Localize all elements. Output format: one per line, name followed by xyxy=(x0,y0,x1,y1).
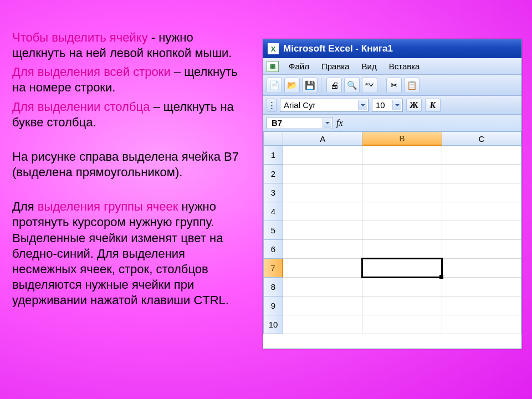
hl-group: выделения группы ячеек xyxy=(38,200,178,213)
cell[interactable] xyxy=(442,146,521,165)
cell[interactable] xyxy=(283,146,362,165)
cell[interactable] xyxy=(283,221,362,240)
menubar: ▦ Файл Правка Вид Вставка xyxy=(263,58,521,75)
cell[interactable] xyxy=(283,278,362,296)
cell[interactable] xyxy=(362,146,442,165)
cut-icon[interactable]: ✂ xyxy=(386,78,402,93)
cell[interactable] xyxy=(283,202,362,221)
cell[interactable] xyxy=(442,278,521,296)
toolbar-options-icon[interactable]: ⋮ xyxy=(267,99,277,112)
font-name-dropdown[interactable]: Arial Cyr xyxy=(280,99,369,112)
cell[interactable] xyxy=(362,315,442,334)
toolbar: 📄 📂 💾 🖨 🔍 ᴬᴮ✔ ✂ 📋 xyxy=(263,75,521,96)
row-header[interactable]: 10 xyxy=(263,315,283,334)
excel-window: X Microsoft Excel - Книга1 ▦ Файл Правка… xyxy=(263,39,522,349)
font-size-value: 10 xyxy=(376,100,385,110)
print-icon[interactable]: 🖨 xyxy=(326,78,342,93)
rows-container: 12345678910 xyxy=(263,146,521,349)
bold-button[interactable]: Ж xyxy=(406,99,422,112)
font-size-dropdown[interactable]: 10 xyxy=(372,99,403,112)
cell[interactable] xyxy=(283,165,362,183)
cell[interactable] xyxy=(442,296,521,315)
cell[interactable] xyxy=(283,183,362,202)
grid-row: 3 xyxy=(263,183,521,202)
grid-row: 4 xyxy=(263,202,521,221)
excel-icon: X xyxy=(268,43,279,54)
chevron-down-icon[interactable] xyxy=(323,118,331,128)
spreadsheet-grid: A B C 12345678910 xyxy=(263,131,521,349)
separator xyxy=(321,78,323,93)
cell[interactable] xyxy=(283,259,362,278)
cell[interactable] xyxy=(362,202,442,221)
cell[interactable] xyxy=(283,296,362,315)
grid-row: 1 xyxy=(263,146,521,165)
cell[interactable] xyxy=(362,240,442,259)
workbook-icon[interactable]: ▦ xyxy=(267,61,279,72)
row-header[interactable]: 3 xyxy=(263,183,283,202)
cell[interactable] xyxy=(442,165,521,183)
select-all-corner[interactable] xyxy=(263,131,283,146)
italic-button[interactable]: К xyxy=(425,99,441,112)
selected-cell[interactable] xyxy=(361,258,443,278)
col-header-c[interactable]: C xyxy=(442,131,521,146)
formula-bar: B7 fx xyxy=(263,115,521,131)
window-title: Microsoft Excel - Книга1 xyxy=(283,43,393,54)
grid-row: 8 xyxy=(263,278,521,296)
cell[interactable] xyxy=(442,221,521,240)
spellcheck-icon[interactable]: ᴬᴮ✔ xyxy=(362,78,377,93)
menu-view[interactable]: Вид xyxy=(356,60,382,72)
grid-row: 5 xyxy=(263,221,521,240)
row-header[interactable]: 4 xyxy=(263,202,283,221)
row-header[interactable]: 2 xyxy=(263,165,283,183)
cell[interactable] xyxy=(283,315,362,334)
hl-cell: Чтобы выделить ячейку xyxy=(12,30,148,44)
separator xyxy=(381,78,383,93)
row-header[interactable]: 6 xyxy=(263,240,283,259)
preview-icon[interactable]: 🔍 xyxy=(344,78,360,93)
cell[interactable] xyxy=(362,183,442,202)
row-header[interactable]: 7 xyxy=(263,259,283,278)
grid-row: 6 xyxy=(263,240,521,259)
titlebar[interactable]: X Microsoft Excel - Книга1 xyxy=(263,39,521,58)
chevron-down-icon[interactable] xyxy=(392,100,401,110)
cell[interactable] xyxy=(362,221,442,240)
instruction-text: Чтобы выделить ячейку - нужно щелкнуть н… xyxy=(12,30,245,311)
open-icon[interactable]: 📂 xyxy=(284,78,300,93)
col-header-a[interactable]: A xyxy=(283,131,362,146)
cell[interactable] xyxy=(362,165,442,183)
menu-insert[interactable]: Вставка xyxy=(383,60,426,72)
cell[interactable] xyxy=(442,259,521,278)
column-headers: A B C xyxy=(263,131,521,146)
col-header-b[interactable]: B xyxy=(362,131,442,146)
cell[interactable] xyxy=(442,240,521,259)
caption: На рисунке справа выделена ячейка В7 (вы… xyxy=(12,149,245,180)
new-icon[interactable]: 📄 xyxy=(267,78,282,93)
fx-icon[interactable]: fx xyxy=(336,118,343,128)
cell[interactable] xyxy=(442,315,521,334)
cell[interactable] xyxy=(442,183,521,202)
cell[interactable] xyxy=(362,278,442,296)
menu-file[interactable]: Файл xyxy=(283,60,315,72)
row-header[interactable]: 8 xyxy=(263,278,283,296)
row-header[interactable]: 1 xyxy=(263,146,283,165)
chevron-down-icon[interactable] xyxy=(358,100,367,110)
name-box[interactable]: B7 xyxy=(267,117,333,129)
grid-row: 10 xyxy=(263,315,521,334)
font-name-value: Arial Cyr xyxy=(284,100,316,110)
name-box-value: B7 xyxy=(272,118,282,127)
row-header[interactable]: 9 xyxy=(263,296,283,315)
row-header[interactable]: 5 xyxy=(263,221,283,240)
menu-edit[interactable]: Правка xyxy=(316,60,355,72)
grid-row: 2 xyxy=(263,165,521,183)
font-toolbar: ⋮ Arial Cyr 10 Ж К xyxy=(263,96,521,115)
save-icon[interactable]: 💾 xyxy=(302,78,318,93)
grid-row: 9 xyxy=(263,296,521,315)
copy-icon[interactable]: 📋 xyxy=(404,78,420,93)
cell[interactable] xyxy=(442,202,521,221)
hl-col: Для выделении столбца xyxy=(12,100,150,114)
grid-row: 7 xyxy=(263,259,521,278)
hl-row: Для выделения всей строки xyxy=(12,65,171,79)
cell[interactable] xyxy=(283,240,362,259)
cell[interactable] xyxy=(362,296,442,315)
